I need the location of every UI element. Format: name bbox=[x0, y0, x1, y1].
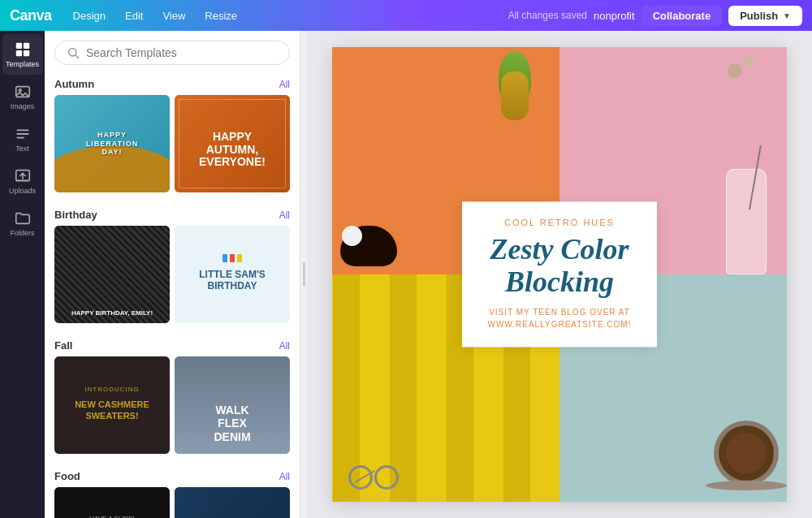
birthday-template-grid: HAPPY BIRTHDAY, EMILY! LITTLE SAM'SBIRTH… bbox=[54, 226, 290, 323]
template-card[interactable]: HAPPYLIBERATIONDAY! bbox=[54, 95, 170, 192]
sidebar-item-images[interactable]: Images bbox=[2, 76, 43, 117]
category-birthday: Birthday All HAPPY BIRTHDAY, EMILY! bbox=[45, 202, 300, 333]
category-fall-all[interactable]: All bbox=[279, 340, 290, 352]
svg-point-5 bbox=[19, 89, 21, 92]
category-food-all[interactable]: All bbox=[279, 471, 290, 482]
overlay-title: Zesty Color Blocking bbox=[477, 234, 642, 298]
template-card[interactable]: INTRODUCING NEW CASHMERESWEATERS! bbox=[54, 356, 170, 454]
category-autumn-title: Autumn bbox=[54, 78, 94, 90]
category-fall-title: Fall bbox=[54, 339, 72, 352]
sidebar-item-text[interactable]: Text bbox=[2, 119, 43, 159]
fall-template-grid: INTRODUCING NEW CASHMERESWEATERS! WALKFL… bbox=[54, 356, 290, 454]
category-autumn: Autumn All HAPPYLIBERATIONDAY! HAPPYAUTU… bbox=[45, 71, 300, 202]
sidebar-label-templates: Templates bbox=[6, 60, 39, 68]
nav-edit[interactable]: Edit bbox=[117, 6, 151, 25]
template-card[interactable]: HAPPYAUTUMN,EVERYONE! bbox=[175, 95, 290, 192]
folders-icon bbox=[14, 209, 32, 227]
bday-template2-text: LITTLE SAM'SBIRTHDAY bbox=[196, 265, 269, 296]
publish-button[interactable]: Publish ▼ bbox=[728, 6, 802, 26]
sidebar-label-folders: Folders bbox=[10, 229, 34, 237]
category-fall-header: Fall All bbox=[54, 333, 290, 356]
images-icon bbox=[14, 83, 32, 101]
category-birthday-header: Birthday All bbox=[54, 202, 290, 226]
icon-sidebar: Templates Images Text Uploads bbox=[0, 31, 45, 518]
uploads-icon bbox=[14, 167, 32, 185]
svg-rect-3 bbox=[23, 50, 28, 56]
header-right: nonprofit Collaborate Publish ▼ bbox=[594, 6, 802, 26]
svg-rect-2 bbox=[15, 50, 21, 56]
search-input[interactable] bbox=[86, 46, 278, 59]
search-icon bbox=[67, 46, 80, 59]
svg-point-7 bbox=[69, 49, 76, 56]
fall-template1-text: NEW CASHMERESWEATERS! bbox=[71, 396, 153, 424]
template-card[interactable]: HAVE A SLICE! IT'S A PIZZAPARTY! bbox=[54, 487, 170, 518]
nav-view[interactable]: View bbox=[154, 6, 193, 25]
autumn-template1-text: HAPPYLIBERATIONDAY! bbox=[83, 127, 141, 160]
autumn-template2-text: HAPPYAUTUMN,EVERYONE! bbox=[196, 127, 269, 171]
template-card[interactable]: WALKFLEXDENIM bbox=[175, 356, 290, 454]
search-bar bbox=[45, 31, 300, 71]
svg-line-8 bbox=[76, 55, 79, 58]
templates-panel: Autumn All HAPPYLIBERATIONDAY! HAPPYAUTU… bbox=[45, 31, 300, 518]
category-food-header: Food All bbox=[54, 464, 290, 487]
category-birthday-all[interactable]: All bbox=[279, 209, 290, 221]
fall-template2-text: WALKFLEXDENIM bbox=[210, 400, 253, 447]
overlay-description: VISIT MY TEEN BLOG OVER ATWWW.REALLYGREA… bbox=[477, 307, 642, 331]
collaborate-button[interactable]: Collaborate bbox=[641, 6, 723, 26]
template-card[interactable]: LITTLE SAM'SBIRTHDAY bbox=[175, 226, 290, 323]
publish-dropdown-arrow: ▼ bbox=[783, 11, 791, 20]
category-autumn-header: Autumn All bbox=[54, 71, 290, 95]
templates-icon bbox=[14, 41, 32, 58]
header-nav: Design Edit View Resize bbox=[65, 6, 494, 25]
nonprofit-label: nonprofit bbox=[594, 10, 635, 22]
sidebar-item-uploads[interactable]: Uploads bbox=[2, 161, 43, 201]
text-icon bbox=[14, 125, 32, 143]
category-food: Food All HAVE A SLICE! IT'S A PIZZAPARTY… bbox=[45, 464, 300, 518]
sidebar-label-uploads: Uploads bbox=[9, 187, 36, 195]
food-template-grid: HAVE A SLICE! IT'S A PIZZAPARTY! CROISS-… bbox=[54, 487, 290, 518]
food-template2-text: CROISS-ANTLOVIN' bbox=[209, 515, 256, 518]
panel-resize-handle[interactable] bbox=[300, 31, 307, 518]
search-input-wrap[interactable] bbox=[54, 41, 290, 65]
autumn-template-grid: HAPPYLIBERATIONDAY! HAPPYAUTUMN,EVERYONE… bbox=[54, 95, 290, 192]
sidebar-label-text: Text bbox=[15, 145, 29, 153]
canvas-document[interactable]: COOL RETRO HUES Zesty Color Blocking VIS… bbox=[332, 47, 787, 502]
sidebar-item-templates[interactable]: Templates bbox=[2, 34, 43, 75]
canva-logo: Canva bbox=[10, 7, 52, 24]
save-status: All changes saved bbox=[508, 10, 587, 21]
canvas-area: COOL RETRO HUES Zesty Color Blocking VIS… bbox=[307, 31, 812, 518]
template-card[interactable]: CROISS-ANTLOVIN' bbox=[175, 487, 290, 518]
nav-design[interactable]: Design bbox=[65, 6, 114, 25]
svg-rect-0 bbox=[15, 43, 21, 49]
category-birthday-title: Birthday bbox=[54, 209, 97, 221]
category-autumn-all[interactable]: All bbox=[279, 79, 290, 90]
nav-resize[interactable]: Resize bbox=[197, 6, 245, 25]
overlay-subtitle: COOL RETRO HUES bbox=[477, 218, 642, 227]
publish-label: Publish bbox=[740, 10, 778, 22]
category-fall: Fall All INTRODUCING NEW CASHMERESWEATER… bbox=[45, 333, 300, 464]
header: Canva Design Edit View Resize All change… bbox=[0, 0, 812, 31]
svg-rect-1 bbox=[23, 43, 28, 49]
sidebar-item-folders[interactable]: Folders bbox=[2, 203, 43, 244]
sidebar-label-images: Images bbox=[11, 102, 35, 110]
category-food-title: Food bbox=[54, 470, 80, 482]
canvas-text-overlay: COOL RETRO HUES Zesty Color Blocking VIS… bbox=[462, 201, 657, 347]
resize-indicator bbox=[303, 262, 305, 287]
main-layout: Templates Images Text Uploads bbox=[0, 31, 812, 518]
template-card[interactable]: HAPPY BIRTHDAY, EMILY! bbox=[54, 226, 170, 323]
